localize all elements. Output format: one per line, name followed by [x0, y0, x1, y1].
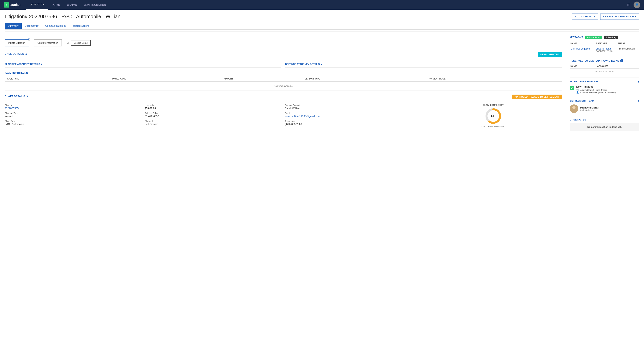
case-details-chevron-up: ∧ [25, 52, 27, 55]
case-details-header[interactable]: CASE DETAILS ∧ [5, 52, 27, 55]
col-amount: AMOUNT [223, 76, 304, 82]
email-label: Email [285, 112, 422, 114]
nav-item-configuration[interactable]: CONFIGURATION [80, 0, 110, 10]
settlement-chevron: ∨ [637, 99, 639, 102]
reserve-table: NAME ASSIGNEE No items available [570, 64, 639, 74]
reserve-col-name: NAME [570, 64, 596, 69]
case-notes-title: CASE NOTES [570, 118, 639, 121]
tab-documents[interactable]: Document(s) [22, 23, 42, 30]
plaintiff-title-text: PLAINTIFF ATTORNEY DETAILS [5, 63, 40, 66]
loading-spinner [28, 38, 30, 41]
nav-links: LITIGATION TASKS CLAIMS CONFIGURATION [26, 0, 627, 10]
arrow-1: → [30, 41, 33, 45]
complexity-container: CLAIM COMPLEXITY 60 CUSTOMER S [425, 104, 562, 128]
capture-info-step[interactable]: Capture Information [34, 40, 62, 46]
pending-badge: 4 Pending [604, 36, 618, 39]
tasks-col-phase: PHASE [617, 41, 639, 46]
plaintiff-attorney: PLAINTIFF ATTORNEY DETAILS ∨ [5, 63, 281, 70]
reserve-col-assignee: ASSIGNEE [596, 64, 639, 69]
task-name-1[interactable]: 1. Initiate Litigation [570, 46, 595, 54]
claimant-type-label: Claimant Type [5, 112, 142, 114]
claim-details-row: CLAIM DETAILS ∨ APPROVED - PASSED TO SET… [5, 94, 562, 99]
payment-title[interactable]: PAYMENT DETAILS [5, 72, 562, 74]
create-task-button[interactable]: CREATE ON-DEMAND TASK [600, 14, 639, 20]
add-case-note-button[interactable]: ADD CASE NOTE [572, 14, 598, 20]
defence-title-text: DEFENCE ATTORNEY DETAILS [285, 63, 320, 66]
page-header: Litigation# 2022007586 - P&C - Automobil… [5, 14, 639, 20]
settlement-header[interactable]: SETTLEMENT TEAM ∨ [570, 99, 639, 102]
related-policy-value: 01-472-6092 [145, 115, 282, 118]
my-tasks-title: MY TASKS [570, 36, 583, 39]
claim-grid: Claim # 2022005555 Claimant Type Insured… [5, 104, 562, 128]
milestones-chevron: ∨ [637, 80, 639, 83]
col-payee-name: PAYEE NAME [111, 76, 223, 82]
tab-related-actions[interactable]: Related Actions [69, 23, 93, 30]
navigation: a appian LITIGATION TASKS CLAIMS CONFIGU… [0, 0, 644, 10]
email-value[interactable]: sarah.willian.11990@gmail.com [285, 115, 422, 118]
col-payee-type: PAYEE TYPE [5, 76, 111, 82]
task-row-1: 1. Initiate Litigation Litigation Team 0… [570, 46, 639, 54]
milestones-section: MILESTONES TIMELINE ∨ ✓ New - Initiated … [570, 80, 639, 94]
claimant-type-field: Claimant Type Insured [5, 112, 142, 118]
claim-fields-col3: Primary Contact Sarah Willian Email sara… [285, 104, 422, 128]
claim-num-label: Claim # [5, 104, 142, 106]
tab-communications[interactable]: Communication(s) [42, 23, 69, 30]
donut-value: 60 [491, 114, 495, 118]
process-step-initiate[interactable]: Initiate Litigation [5, 40, 29, 46]
email-field: Email sarah.willian.11990@gmail.com [285, 112, 422, 118]
claim-fields-col2: Loss Value $5,000.00 Related Policy 01-4… [145, 104, 282, 128]
primary-contact-label: Primary Contact [285, 104, 422, 106]
member-name-1: Michaela Morari [580, 106, 599, 109]
reserve-no-items: No items available [570, 69, 639, 75]
reserve-title: RESERVE / PAYMENT APPROVAL TASKS ? [570, 59, 639, 62]
nav-item-litigation[interactable]: LITIGATION [26, 0, 48, 10]
milestones-header[interactable]: MILESTONES TIMELINE ∨ [570, 80, 639, 83]
case-notes-section: CASE NOTES No communication is done yet. [570, 118, 639, 131]
person-icon: 👤 [576, 91, 579, 94]
avatar[interactable]: 👤 [633, 2, 640, 8]
ve-text: Ve [67, 42, 70, 44]
payment-no-items-row: No items available [5, 82, 562, 91]
nav-right: ⊞ 👤 [627, 2, 640, 8]
sentiment-label: CUSTOMER SENTIMENT [481, 126, 506, 128]
primary-contact-value: Sarah Willian [285, 107, 422, 110]
nav-item-claims[interactable]: CLAIMS [64, 0, 80, 10]
claim-type-field: Claim Type P&C - Automobile [5, 120, 142, 126]
settlement-title: SETTLEMENT TEAM [570, 99, 594, 102]
claim-num-value[interactable]: 2022005555 [5, 107, 142, 110]
related-policy-label: Related Policy [145, 112, 282, 114]
nav-item-tasks[interactable]: TASKS [48, 0, 64, 10]
header-buttons: ADD CASE NOTE CREATE ON-DEMAND TASK [572, 14, 639, 20]
loss-value-label: Loss Value [145, 104, 282, 106]
channel-value: Self-Service [145, 122, 282, 126]
member-info-1: Michaela Morari Claim Adjuster [580, 106, 599, 112]
case-details-title: CASE DETAILS [5, 52, 24, 55]
telephone-field: Telephone (423) 005-2000 [285, 120, 422, 126]
logo-text: appian [11, 3, 21, 6]
milestone-name-1: New - Initiated [576, 85, 616, 88]
donut-chart: 60 [484, 107, 502, 125]
claim-details-section: CLAIM DETAILS ∨ APPROVED - PASSED TO SET… [5, 94, 562, 128]
milestone-time-1: 🕐 50days 22hrs 14mins 37secs [576, 88, 616, 91]
page-content: Litigation# 2022007586 - P&C - Automobil… [0, 10, 644, 135]
completed-badge: 0 Completed [585, 36, 602, 39]
verdict-detail-box[interactable]: Verdict Detail [71, 40, 91, 46]
loss-value: $5,000.00 [145, 107, 282, 110]
defence-title[interactable]: DEFENCE ATTORNEY DETAILS ∨ [285, 63, 562, 66]
grid-icon[interactable]: ⊞ [627, 2, 630, 7]
payment-section: PAYMENT DETAILS PAYEE TYPE PAYEE NAME AM… [5, 72, 562, 91]
channel-label: Channel [145, 120, 282, 122]
verdict-area: Ve Verdict Detail [67, 40, 91, 46]
claim-details-chevron-down: ∨ [26, 95, 29, 98]
task-assignee-1: Litigation Team 04/07/2022 15:10 [595, 46, 617, 54]
question-icon[interactable]: ? [620, 59, 623, 62]
claim-details-title: CLAIM DETAILS [5, 95, 25, 98]
claim-type-label: Claim Type [5, 120, 142, 122]
milestone-check-icon: ✓ [570, 86, 574, 90]
plaintiff-title[interactable]: PLAINTIFF ATTORNEY DETAILS ∨ [5, 63, 281, 66]
tab-summary[interactable]: Summary [5, 23, 22, 30]
claim-details-header[interactable]: CLAIM DETAILS ∨ [5, 95, 28, 98]
my-tasks-header: MY TASKS 0 Completed 4 Pending [570, 36, 639, 39]
milestones-title: MILESTONES TIMELINE [570, 80, 598, 83]
tasks-col-name: NAME [570, 41, 595, 46]
